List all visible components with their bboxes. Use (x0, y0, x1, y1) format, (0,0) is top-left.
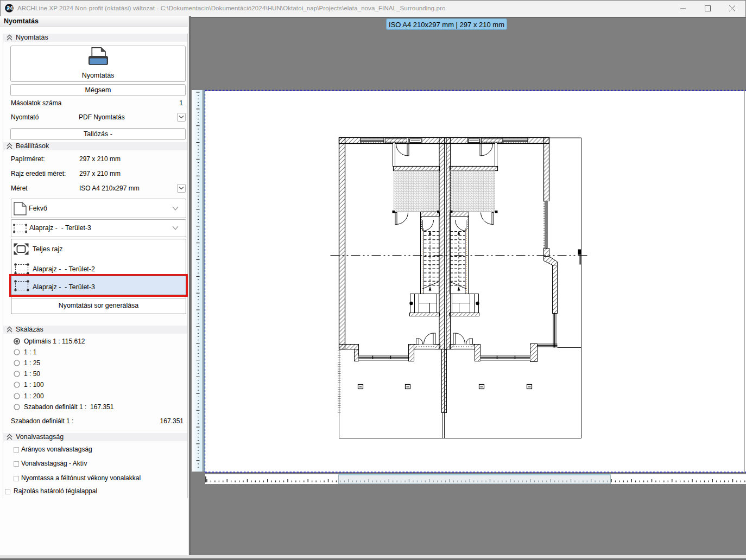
svg-text:24: 24 (7, 5, 13, 11)
